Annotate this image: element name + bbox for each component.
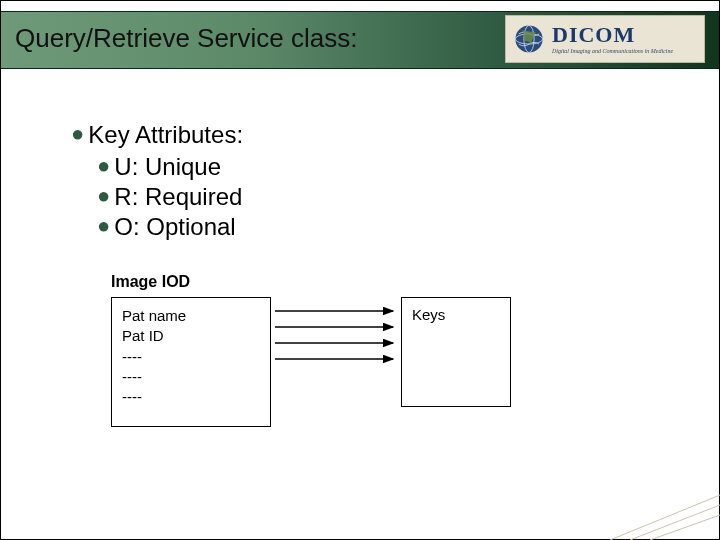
iod-line: ---- <box>122 347 260 367</box>
bullet-level2: ●R: Required <box>97 183 659 211</box>
dicom-logo: DICOM Digital Imaging and Communications… <box>505 15 705 63</box>
bullet-dot-icon: ● <box>97 183 110 208</box>
svg-line-7 <box>610 495 720 540</box>
iod-line: ---- <box>122 367 260 387</box>
bullet-level2: ●O: Optional <box>97 213 659 241</box>
bullet-dot-icon: ● <box>97 153 110 178</box>
bullet-level2: ●U: Unique <box>97 153 659 181</box>
bullet-level1: ●Key Attributes: <box>71 121 659 149</box>
bullet-l2-text: R: Required <box>114 183 242 210</box>
content-area: ●Key Attributes: ●U: Unique ●R: Required… <box>71 121 659 243</box>
iod-line: Pat ID <box>122 326 260 346</box>
slide-title: Query/Retrieve Service class: <box>15 23 357 54</box>
bullet-l2-text: U: Unique <box>114 153 221 180</box>
diagram: Image IOD Pat name Pat ID ---- ---- ---- <box>111 273 611 427</box>
svg-line-8 <box>630 505 720 540</box>
bullet-l1-text: Key Attributes: <box>88 121 243 148</box>
iod-line: Pat name <box>122 306 260 326</box>
logo-sub-text: Digital Imaging and Communications in Me… <box>552 48 673 54</box>
keys-box: Keys <box>401 297 511 407</box>
slide: Query/Retrieve Service class: DICOM Digi… <box>0 0 720 540</box>
bullet-dot-icon: ● <box>71 121 84 146</box>
arrows-icon <box>271 297 401 427</box>
bullet-dot-icon: ● <box>97 213 110 238</box>
keys-label: Keys <box>412 306 500 323</box>
logo-main-text: DICOM <box>552 24 673 46</box>
iod-line: ---- <box>122 387 260 407</box>
corner-accent-icon <box>610 485 720 540</box>
svg-line-9 <box>650 515 720 540</box>
globe-icon <box>512 22 546 56</box>
bullet-l2-text: O: Optional <box>114 213 235 240</box>
iod-label: Image IOD <box>111 273 611 291</box>
image-iod-box: Pat name Pat ID ---- ---- ---- <box>111 297 271 427</box>
